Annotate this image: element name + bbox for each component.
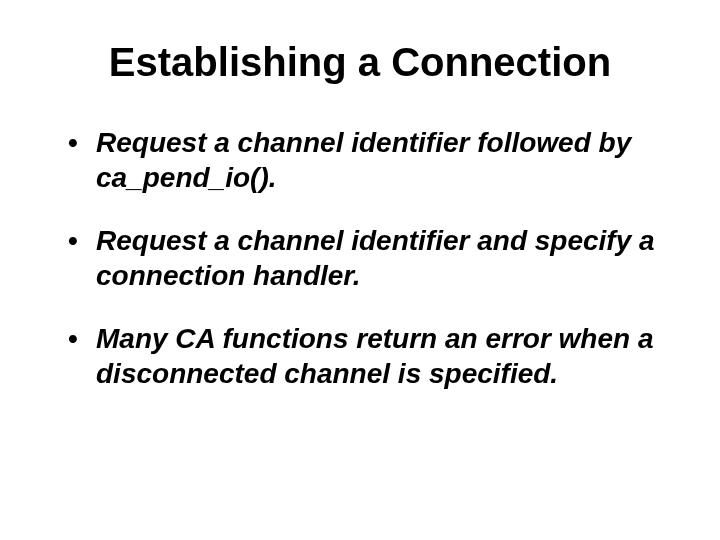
slide: Establishing a Connection Request a chan… [0,0,720,540]
list-item: Request a channel identifier and specify… [60,223,660,293]
slide-title: Establishing a Connection [60,40,660,85]
list-item: Many CA functions return an error when a… [60,321,660,391]
list-item: Request a channel identifier followed by… [60,125,660,195]
bullet-list: Request a channel identifier followed by… [60,125,660,391]
